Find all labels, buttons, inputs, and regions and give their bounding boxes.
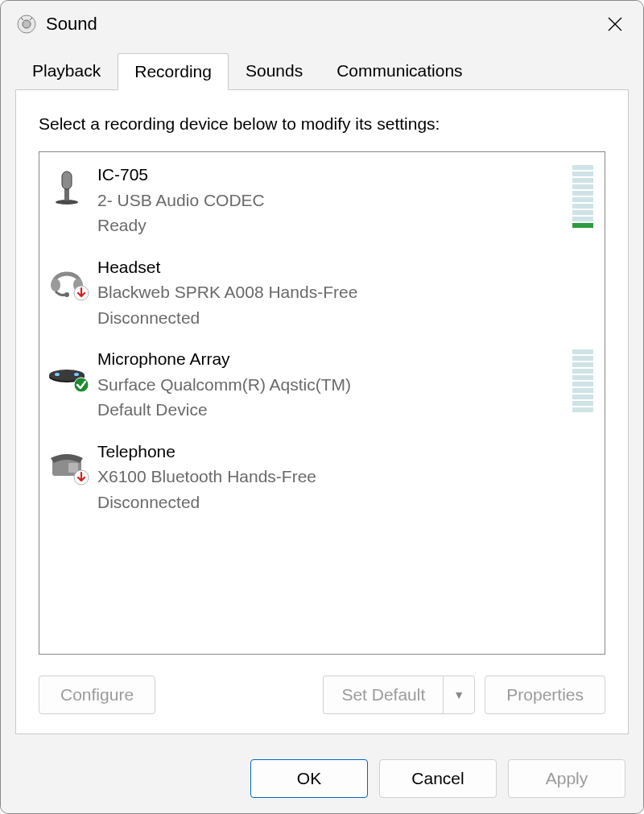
set-default-split-button[interactable]: Set Default ▼: [323, 676, 475, 714]
telephone-icon: [47, 444, 86, 482]
titlebar: Sound: [1, 1, 643, 48]
device-name: Headset: [97, 254, 597, 280]
chevron-down-icon: ▼: [453, 688, 464, 701]
configure-button[interactable]: Configure: [39, 676, 155, 714]
microphone-icon: [47, 167, 86, 205]
svg-rect-4: [62, 171, 72, 189]
sound-dialog: Sound Playback Recording Sounds Communic…: [0, 0, 644, 814]
set-default-button[interactable]: Set Default: [323, 676, 443, 714]
set-default-dropdown[interactable]: ▼: [443, 676, 475, 714]
svg-point-13: [74, 373, 79, 376]
ok-button[interactable]: OK: [250, 759, 368, 798]
disconnected-badge-icon: [73, 469, 89, 486]
device-desc: X6100 Bluetooth Hands-Free: [97, 464, 597, 490]
svg-point-14: [74, 378, 89, 392]
device-list[interactable]: IC-705 2- USB Audio CODEC Ready: [39, 151, 605, 655]
window-title: Sound: [46, 14, 587, 35]
device-item[interactable]: Microphone Array Surface Qualcomm(R) Aqs…: [39, 337, 605, 429]
device-name: Telephone: [97, 439, 597, 465]
headset-icon: [47, 259, 86, 298]
device-name: IC-705: [97, 162, 569, 188]
level-meter: [572, 349, 593, 412]
svg-point-8: [64, 292, 69, 297]
sound-icon: [17, 14, 36, 34]
tab-communications[interactable]: Communications: [320, 52, 479, 89]
apply-button[interactable]: Apply: [508, 759, 625, 798]
tab-panel-recording: Select a recording device below to modif…: [15, 89, 629, 734]
tab-recording[interactable]: Recording: [118, 53, 229, 90]
cancel-button[interactable]: Cancel: [379, 759, 497, 798]
device-status: Disconnected: [97, 305, 597, 331]
device-desc: 2- USB Audio CODEC: [97, 188, 569, 213]
tab-strip: Playback Recording Sounds Communications: [1, 48, 643, 89]
tab-playback[interactable]: Playback: [15, 52, 118, 89]
device-item[interactable]: IC-705 2- USB Audio CODEC Ready: [39, 152, 605, 245]
default-badge-icon: [73, 377, 89, 393]
device-item[interactable]: Telephone X6100 Bluetooth Hands-Free Dis…: [39, 429, 605, 522]
device-status: Ready: [97, 213, 569, 238]
device-desc: Surface Qualcomm(R) Aqstic(TM): [97, 372, 569, 398]
device-status: Disconnected: [97, 490, 597, 515]
device-name: Microphone Array: [97, 346, 569, 372]
svg-point-1: [23, 20, 31, 28]
disconnected-badge-icon: [73, 285, 89, 301]
device-desc: Blackweb SPRK A008 Hands-Free: [97, 279, 597, 305]
level-meter: [572, 165, 593, 228]
dialog-footer: OK Cancel Apply: [1, 750, 643, 813]
tab-sounds[interactable]: Sounds: [229, 52, 320, 89]
svg-point-12: [55, 373, 60, 376]
content-button-row: Configure Set Default ▼ Properties: [39, 676, 605, 714]
close-icon: [608, 17, 622, 31]
close-button[interactable]: [587, 1, 643, 48]
svg-point-6: [51, 279, 60, 291]
mic-array-icon: [47, 351, 86, 390]
properties-button[interactable]: Properties: [485, 676, 605, 714]
instruction-text: Select a recording device below to modif…: [39, 114, 605, 134]
device-item[interactable]: Headset Blackweb SPRK A008 Hands-Free Di…: [39, 245, 605, 337]
device-status: Default Device: [97, 397, 569, 423]
